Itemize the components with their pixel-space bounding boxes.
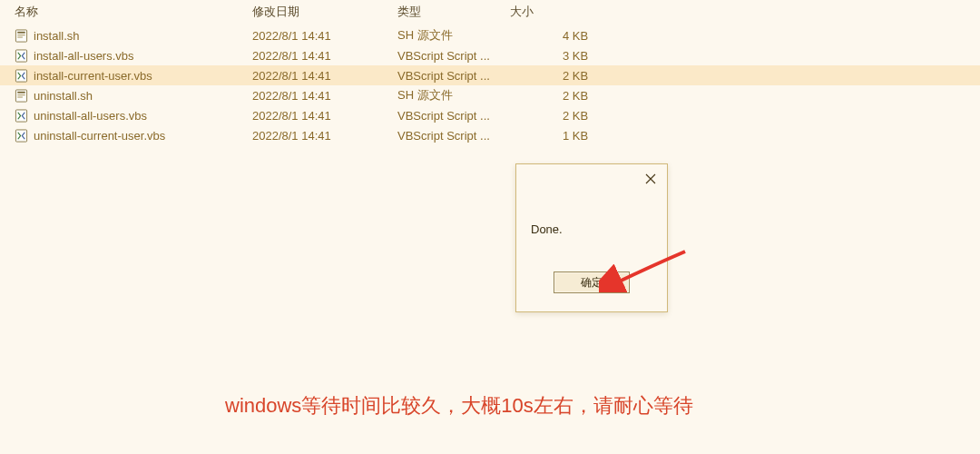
header-name[interactable]: 名称: [15, 4, 252, 20]
file-row[interactable]: uninstall.sh2022/8/1 14:41SH 源文件2 KB: [0, 85, 980, 105]
svg-rect-2: [17, 35, 24, 35]
dialog-message: Done.: [531, 222, 563, 236]
file-size: 2 KB: [510, 109, 619, 123]
svg-rect-8: [17, 94, 24, 95]
file-name: uninstall-current-user.vbs: [34, 129, 165, 143]
file-size: 1 KB: [510, 129, 619, 143]
file-date: 2022/8/1 14:41: [252, 29, 397, 43]
file-type: SH 源文件: [397, 27, 510, 44]
file-type: VBScript Script ...: [397, 69, 510, 83]
file-name: install.sh: [34, 29, 80, 43]
file-type: SH 源文件: [397, 87, 510, 104]
header-type[interactable]: 类型: [397, 4, 510, 20]
file-row[interactable]: install.sh2022/8/1 14:41SH 源文件4 KB: [0, 25, 980, 45]
file-name: install-current-user.vbs: [34, 69, 152, 83]
file-name: uninstall-all-users.vbs: [34, 109, 147, 123]
file-type: VBScript Script ...: [397, 109, 510, 123]
message-dialog: Done. 确定: [515, 163, 668, 312]
header-date[interactable]: 修改日期: [252, 4, 397, 20]
file-date: 2022/8/1 14:41: [252, 69, 397, 83]
file-type: VBScript Script ...: [397, 129, 510, 143]
svg-rect-4: [15, 49, 26, 61]
svg-rect-3: [17, 36, 23, 37]
sh-file-icon: [15, 29, 28, 43]
svg-rect-7: [17, 91, 24, 93]
file-date: 2022/8/1 14:41: [252, 89, 397, 103]
ok-button[interactable]: 确定: [554, 271, 630, 293]
svg-rect-1: [17, 31, 24, 33]
file-size: 2 KB: [510, 89, 619, 103]
close-icon[interactable]: [642, 170, 660, 188]
annotation-text: windows等待时间比较久，大概10s左右，请耐心等待: [225, 392, 693, 419]
file-size: 3 KB: [510, 49, 619, 63]
column-headers: 名称 修改日期 类型 大小: [0, 0, 980, 25]
svg-rect-5: [15, 69, 26, 81]
svg-rect-11: [15, 129, 26, 141]
svg-rect-9: [17, 96, 23, 97]
file-date: 2022/8/1 14:41: [252, 49, 397, 63]
file-list: 名称 修改日期 类型 大小 install.sh2022/8/1 14:41SH…: [0, 0, 980, 145]
file-name: install-all-users.vbs: [34, 49, 134, 63]
vbs-file-icon: [15, 69, 28, 83]
file-date: 2022/8/1 14:41: [252, 129, 397, 143]
vbs-file-icon: [15, 129, 28, 143]
vbs-file-icon: [15, 109, 28, 123]
file-row[interactable]: install-current-user.vbs2022/8/1 14:41VB…: [0, 65, 980, 85]
header-size[interactable]: 大小: [510, 4, 619, 20]
file-type: VBScript Script ...: [397, 49, 510, 63]
file-date: 2022/8/1 14:41: [252, 109, 397, 123]
file-name: uninstall.sh: [34, 89, 93, 103]
svg-rect-10: [15, 109, 26, 121]
file-size: 2 KB: [510, 69, 619, 83]
file-row[interactable]: uninstall-current-user.vbs2022/8/1 14:41…: [0, 125, 980, 145]
vbs-file-icon: [15, 49, 28, 63]
file-size: 4 KB: [510, 29, 619, 43]
file-row[interactable]: uninstall-all-users.vbs2022/8/1 14:41VBS…: [0, 105, 980, 125]
sh-file-icon: [15, 89, 28, 103]
file-row[interactable]: install-all-users.vbs2022/8/1 14:41VBScr…: [0, 45, 980, 65]
